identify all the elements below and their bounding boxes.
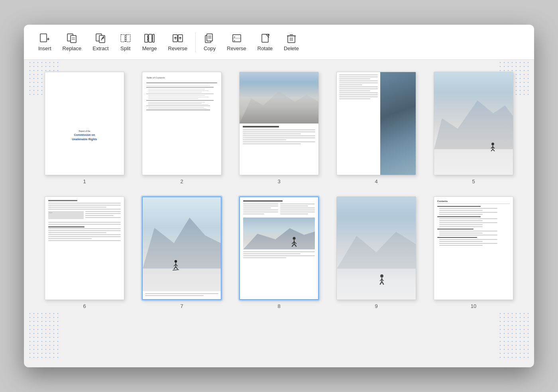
page-thumb-2[interactable]: Table of Contents bbox=[142, 72, 222, 175]
mountain-image-3 bbox=[240, 72, 318, 123]
svg-line-58 bbox=[382, 281, 384, 284]
app-window: Insert Replace bbox=[24, 25, 534, 367]
content-area: Report of the Commission onUnalienable R… bbox=[24, 60, 534, 321]
svg-rect-19 bbox=[207, 34, 212, 41]
replace-button[interactable]: Replace bbox=[58, 29, 86, 55]
reverse2-icon: ▲ ▼ bbox=[231, 33, 242, 44]
delete-button[interactable]: Delete bbox=[279, 29, 304, 55]
pages-grid: Report of the Commission onUnalienable R… bbox=[40, 72, 518, 309]
svg-line-52 bbox=[294, 244, 297, 247]
insert-label: Insert bbox=[38, 45, 51, 51]
page-container-5[interactable]: 5 bbox=[429, 72, 518, 184]
page-container-4[interactable]: 4 bbox=[332, 72, 421, 184]
svg-text:▼: ▼ bbox=[234, 39, 236, 42]
page-thumb-7[interactable] bbox=[142, 196, 222, 300]
page-number-7: 7 bbox=[180, 303, 183, 309]
copy-icon bbox=[204, 33, 215, 44]
svg-rect-10 bbox=[121, 35, 125, 42]
svg-point-34 bbox=[491, 143, 494, 145]
replace-icon bbox=[66, 33, 77, 44]
svg-point-40 bbox=[174, 260, 177, 263]
page7-text bbox=[143, 291, 221, 299]
svg-rect-14 bbox=[149, 34, 152, 42]
page-thumb-5[interactable] bbox=[434, 72, 513, 175]
svg-rect-15 bbox=[153, 34, 154, 42]
reverse1-label: Reverse bbox=[168, 45, 187, 51]
toc-content: Table of Contents bbox=[142, 72, 221, 116]
svg-point-53 bbox=[380, 274, 383, 277]
page-number-10: 10 bbox=[471, 303, 476, 309]
page4-text-col bbox=[337, 72, 380, 175]
rotate-button[interactable]: Rotate bbox=[253, 29, 277, 55]
svg-point-47 bbox=[293, 237, 296, 240]
rotate-label: Rotate bbox=[257, 45, 273, 51]
page-number-4: 4 bbox=[375, 178, 377, 184]
split-icon bbox=[120, 33, 131, 44]
page-number-2: 2 bbox=[180, 178, 183, 184]
page-container-10[interactable]: Contents bbox=[429, 196, 518, 309]
page8-image bbox=[243, 218, 315, 249]
split-button[interactable]: Split bbox=[115, 29, 136, 55]
insert-icon bbox=[39, 33, 50, 44]
page-container-8[interactable]: 8 bbox=[234, 196, 324, 309]
page4-image-col bbox=[380, 72, 416, 175]
page4-layout bbox=[337, 72, 416, 175]
page-thumb-9[interactable] bbox=[336, 196, 416, 300]
page-number-3: 3 bbox=[277, 178, 280, 184]
page-thumb-10[interactable]: Contents bbox=[434, 196, 513, 300]
svg-rect-0 bbox=[40, 34, 47, 42]
merge-button[interactable]: Merge bbox=[138, 29, 162, 55]
svg-line-38 bbox=[491, 149, 492, 151]
merge-label: Merge bbox=[142, 45, 157, 51]
reverse1-button[interactable]: Reverse bbox=[163, 29, 192, 55]
page-thumb-3[interactable] bbox=[239, 72, 319, 175]
page5-snow bbox=[434, 72, 513, 175]
page-number-9: 9 bbox=[375, 303, 377, 309]
page-container-3[interactable]: 3 bbox=[234, 72, 324, 184]
split-label: Split bbox=[120, 45, 130, 51]
page-container-1[interactable]: Report of the Commission onUnalienable R… bbox=[40, 72, 129, 184]
svg-line-46 bbox=[173, 270, 179, 270]
merge-icon bbox=[144, 33, 155, 44]
svg-rect-13 bbox=[145, 34, 148, 42]
page-number-1: 1 bbox=[83, 178, 86, 184]
page7-snow bbox=[143, 197, 221, 299]
svg-line-44 bbox=[174, 267, 176, 269]
page1-content: Report of the Commission onUnalienable R… bbox=[45, 72, 124, 175]
toolbar-divider-1 bbox=[195, 32, 196, 52]
page-thumb-8[interactable] bbox=[239, 196, 319, 300]
extract-button[interactable]: Extract bbox=[88, 29, 113, 55]
page3-text bbox=[240, 123, 318, 175]
extract-icon bbox=[95, 33, 106, 44]
svg-line-45 bbox=[176, 267, 178, 269]
svg-line-51 bbox=[292, 244, 294, 247]
extract-label: Extract bbox=[92, 45, 108, 51]
page-container-6[interactable]: Figure bbox=[40, 196, 129, 309]
page6-content: Figure bbox=[45, 197, 124, 300]
insert-button[interactable]: Insert bbox=[33, 29, 56, 55]
reverse2-button[interactable]: ▲ ▼ Reverse bbox=[222, 29, 251, 55]
toc-title: Table of Contents bbox=[146, 76, 217, 80]
page-container-9[interactable]: 9 bbox=[332, 196, 421, 309]
svg-rect-4 bbox=[71, 35, 76, 43]
copy-label: Copy bbox=[204, 45, 216, 51]
page-number-5: 5 bbox=[472, 178, 475, 184]
page10-content: Contents bbox=[434, 197, 513, 300]
reverse2-label: Reverse bbox=[227, 45, 246, 51]
replace-label: Replace bbox=[63, 45, 82, 51]
svg-rect-11 bbox=[126, 35, 130, 42]
page-thumb-1[interactable]: Report of the Commission onUnalienable R… bbox=[45, 72, 124, 175]
page9-snow bbox=[337, 197, 416, 300]
delete-label: Delete bbox=[284, 45, 299, 51]
copy-button[interactable]: Copy bbox=[199, 29, 220, 55]
page8-content bbox=[240, 197, 318, 299]
rotate-icon bbox=[259, 33, 271, 44]
page-thumb-6[interactable]: Figure bbox=[45, 196, 124, 300]
svg-line-39 bbox=[493, 149, 494, 151]
skier-figure-7 bbox=[170, 260, 178, 274]
toolbar: Insert Replace bbox=[24, 25, 534, 60]
page-container-2[interactable]: Table of Contents bbox=[137, 72, 226, 184]
page-thumb-4[interactable] bbox=[336, 72, 416, 175]
page-container-7[interactable]: 7 bbox=[137, 196, 226, 309]
page-number-6: 6 bbox=[83, 303, 86, 309]
